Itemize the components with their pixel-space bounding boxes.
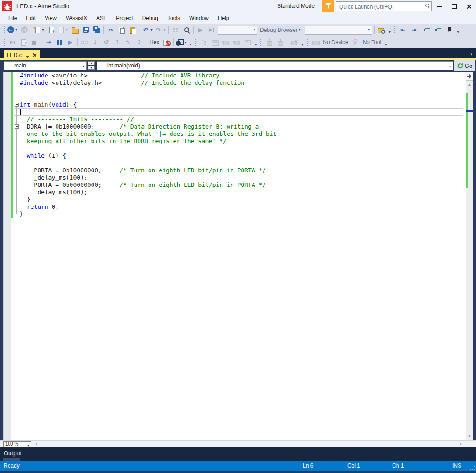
quick-launch-box[interactable] xyxy=(336,1,432,11)
toolbar-overflow[interactable] xyxy=(387,25,393,35)
spinner-down-button[interactable] xyxy=(88,66,95,70)
zoom-selection-button[interactable] xyxy=(181,25,191,35)
toolbar2-grip3[interactable] xyxy=(260,39,262,46)
toggle-breakpoints-icon xyxy=(163,39,171,46)
save-button[interactable] xyxy=(81,25,91,35)
back-button[interactable]: ← xyxy=(7,25,18,35)
scroll-down-arrow[interactable] xyxy=(466,432,473,440)
code-area[interactable]: #include <avr/io.h> // Include AVR libra… xyxy=(20,72,466,440)
step-return-button: ↺ xyxy=(101,37,111,47)
format-document-button[interactable] xyxy=(423,25,433,35)
vertical-scrollbar[interactable] xyxy=(466,72,473,440)
code-line[interactable]: while (1) { xyxy=(20,152,66,159)
menu-tools[interactable]: Tools xyxy=(163,13,185,24)
menu-edit[interactable]: Edit xyxy=(21,13,40,24)
scroll-left-arrow[interactable] xyxy=(33,441,39,447)
toolbar1-grip[interactable] xyxy=(3,26,5,34)
toolbar2-grip2[interactable] xyxy=(195,39,197,46)
menu-asf[interactable]: ASF xyxy=(92,13,111,24)
code-line[interactable]: PORTA = 0b10000000; /* Turn on eighth LE… xyxy=(20,167,266,174)
read-device-icon xyxy=(276,39,284,46)
toolbar-overflow[interactable] xyxy=(253,37,259,47)
member-dropdown[interactable]: int main(void) xyxy=(97,61,453,70)
menu-window[interactable]: Window xyxy=(185,13,213,24)
indent-button[interactable]: ⇥ xyxy=(409,25,419,35)
minimize-button[interactable] xyxy=(432,0,447,13)
copy-button[interactable] xyxy=(117,25,127,35)
pause-button[interactable] xyxy=(54,37,64,47)
paste-button[interactable] xyxy=(128,25,138,35)
code-line[interactable]: PORTA = 0b00000000; /* Turn on eighth LE… xyxy=(20,181,266,189)
step-into-button[interactable]: → xyxy=(43,37,53,47)
code-line[interactable]: _delay_ms(100); xyxy=(20,174,88,181)
code-line[interactable]: } xyxy=(20,196,30,203)
toolbar1-grip2[interactable] xyxy=(394,26,396,34)
code-line[interactable]: } xyxy=(20,211,23,218)
hex-button[interactable]: Hex xyxy=(148,37,160,47)
tab-led-c[interactable]: LED.c xyxy=(4,50,40,60)
menu-view[interactable]: View xyxy=(40,13,61,24)
maximize-button[interactable] xyxy=(447,0,461,13)
code-line[interactable]: return 0; xyxy=(20,203,59,211)
fold-collapse-box[interactable] xyxy=(15,124,19,129)
toolbar-separator xyxy=(41,38,41,46)
code-line[interactable]: _delay_ms(100); xyxy=(20,189,88,196)
toolbar-separator xyxy=(173,38,174,46)
format-selection-button[interactable] xyxy=(434,25,444,35)
fold-collapse-box[interactable] xyxy=(15,103,19,107)
toggle-breakpoints-button[interactable] xyxy=(161,37,171,47)
code-line[interactable]: #include <avr/io.h> // Include AVR libra… xyxy=(20,72,219,79)
menu-vassistx[interactable]: VAssistX xyxy=(61,13,92,24)
cut-icon: ✂ xyxy=(107,26,115,34)
run-button[interactable]: ▶ xyxy=(65,37,75,47)
outdent-button[interactable]: ⇤ xyxy=(398,25,408,35)
code-editor[interactable]: #include <avr/io.h> // Include AVR libra… xyxy=(0,72,476,440)
add-item-button[interactable] xyxy=(46,25,56,35)
undo-button[interactable]: ↶ xyxy=(142,25,154,35)
toolbar-overflow[interactable] xyxy=(300,37,305,47)
code-line[interactable]: one to the bit enables output. What '|= … xyxy=(20,130,277,138)
menu-help[interactable]: Help xyxy=(213,13,234,24)
menu-file[interactable]: File xyxy=(4,13,21,24)
editor-left-frame xyxy=(0,72,3,440)
code-line[interactable]: int main(void) { xyxy=(20,101,77,108)
new-project-button[interactable] xyxy=(33,25,45,35)
scope-dropdown[interactable]: main xyxy=(4,61,87,70)
copy-icon xyxy=(118,26,126,34)
code-line[interactable]: DDRA |= 0b10000000; /* Data Direction Re… xyxy=(20,123,259,130)
find-in-files-button[interactable] xyxy=(377,25,387,35)
toolbar-overflow[interactable] xyxy=(188,37,193,47)
split-window-handle[interactable] xyxy=(466,72,473,81)
toolbar2-grip[interactable] xyxy=(3,39,5,46)
tab-list-chevron-icon[interactable]: ▾ xyxy=(470,52,472,57)
toolbar-overflow[interactable] xyxy=(455,25,461,35)
editor-zoom-dropdown[interactable]: 100 % xyxy=(3,441,31,447)
menu-debug[interactable]: Debug xyxy=(138,13,163,24)
pin-icon[interactable] xyxy=(25,52,30,58)
code-line[interactable]: #include <util/delay.h> // Include the d… xyxy=(20,79,244,87)
open-file-icon xyxy=(71,26,79,34)
code-line[interactable]: keeping all other bits in the DDRB regis… xyxy=(20,138,227,145)
close-button[interactable] xyxy=(461,0,476,13)
menu-project[interactable]: Project xyxy=(111,13,137,24)
quick-launch-input[interactable] xyxy=(338,2,422,11)
breakpoint-margin[interactable] xyxy=(3,72,11,440)
scroll-up-arrow[interactable] xyxy=(466,81,473,88)
tab-close-icon[interactable] xyxy=(32,53,37,57)
debug-browser-label[interactable]: Debug Browser xyxy=(258,27,304,33)
resize-grip[interactable] xyxy=(470,465,475,470)
feedback-filter-button[interactable] xyxy=(322,0,334,12)
go-button[interactable]: Go xyxy=(454,60,475,71)
output-panel-title[interactable]: Output xyxy=(4,450,21,457)
save-all-button[interactable] xyxy=(92,25,102,35)
bookmark-button[interactable] xyxy=(445,25,455,35)
toolbar-overflow[interactable] xyxy=(383,37,388,47)
code-line[interactable]: // -------- Inits --------- // xyxy=(20,116,134,123)
scroll-right-arrow[interactable] xyxy=(458,441,464,447)
cut-button[interactable]: ✂ xyxy=(106,25,116,35)
open-file-button[interactable] xyxy=(70,25,80,35)
toolbar2-grip4[interactable] xyxy=(306,39,309,46)
spinner-up-button[interactable] xyxy=(88,61,95,65)
debug-browser-combo[interactable] xyxy=(305,26,372,35)
device-programming-button[interactable] xyxy=(176,37,187,47)
